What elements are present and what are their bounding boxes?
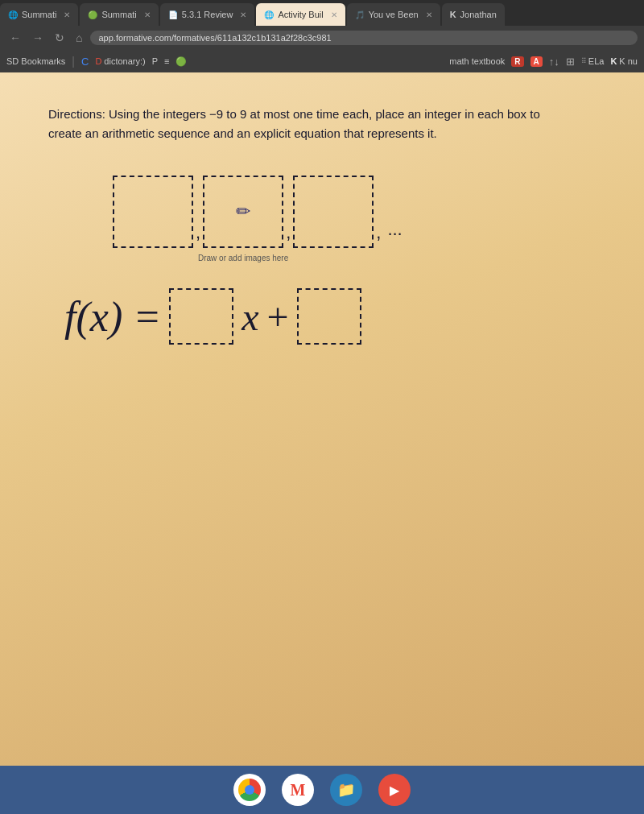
tab-label-summati2: Summati xyxy=(101,10,136,19)
bookmark-dictionary[interactable]: D dictonary:) xyxy=(95,56,145,66)
badge-r: R xyxy=(511,56,523,67)
tab-jonathan[interactable]: K Jonathan xyxy=(442,3,505,26)
box-group-2: Draw or add images here , xyxy=(203,176,293,248)
tab-close-summati2[interactable]: ✕ xyxy=(144,10,151,19)
tab-summati-1[interactable]: 🌐 Summati ✕ xyxy=(0,3,78,26)
sequence-box-2[interactable]: Draw or add images here xyxy=(203,176,283,248)
files-icon[interactable]: 📁 xyxy=(330,774,362,806)
k-nu-label: K nu xyxy=(619,56,638,66)
youtube-play-icon: ▶ xyxy=(390,783,399,798)
plus-sign: + xyxy=(267,295,289,339)
files-folder-icon: 📁 xyxy=(337,781,355,799)
bookmark-dict-label: dictonary:) xyxy=(104,56,145,66)
tab-label-activity: Activity Buil xyxy=(278,10,323,19)
bookmark-menu-label: ≡ xyxy=(164,56,169,66)
bookmark-green-label: 🟢 xyxy=(175,56,187,67)
tab-close-activity[interactable]: ✕ xyxy=(331,10,337,19)
bookmarks-bar: SD Bookmarks | C D dictonary:) P ≡ 🟢 mat… xyxy=(0,50,644,72)
k-nu-item[interactable]: K K nu xyxy=(610,56,638,66)
tab-label-review: 5.3.1 Review xyxy=(182,10,233,19)
chrome-icon[interactable] xyxy=(233,774,266,806)
bookmarks-right: math textbook R A ↑↓ ⊞ ⠿ ELa K K nu xyxy=(449,56,638,68)
ela-label: ⠿ ELa xyxy=(581,56,605,66)
tab-label-summati1: Summati xyxy=(22,10,56,19)
tab-bar: 🌐 Summati ✕ 🟢 Summati ✕ 📄 5.3.1 Review ✕… xyxy=(0,0,644,26)
directions-paragraph: Directions: Using the integers −9 to 9 a… xyxy=(48,105,547,143)
sequence-box-3[interactable] xyxy=(293,176,374,248)
tab-icon-activity: 🌐 xyxy=(264,10,274,19)
bookmark-menu[interactable]: ≡ xyxy=(164,56,169,66)
math-textbook-link[interactable]: math textbook xyxy=(449,56,505,66)
tab-label-jonathan: Jonathan xyxy=(460,10,497,19)
bookmark-c[interactable]: C xyxy=(81,56,89,68)
tab-icon-youvebeen: 🎵 xyxy=(355,10,365,19)
back-button[interactable]: ← xyxy=(6,30,24,46)
tab-icon-jonathan: K xyxy=(450,10,456,19)
badge-a: A xyxy=(530,56,543,67)
gmail-letter-icon: M xyxy=(291,781,306,800)
ellipsis: ... xyxy=(387,219,402,240)
box-group-1: , xyxy=(113,176,203,248)
bookmark-dict-icon: D xyxy=(95,56,101,66)
draw-label: Draw or add images here xyxy=(198,254,288,262)
box-group-3: , xyxy=(293,176,383,248)
tab-youvebeen[interactable]: 🎵 You ve Been ✕ xyxy=(347,3,440,26)
k-nu-icon: K xyxy=(610,56,617,66)
forward-button[interactable]: → xyxy=(29,30,47,46)
comma-2: , xyxy=(286,222,291,243)
comma-3: , xyxy=(376,222,381,243)
browser-screen: 🌐 Summati ✕ 🟢 Summati ✕ 📄 5.3.1 Review ✕… xyxy=(0,0,644,766)
comma-1: , xyxy=(196,222,200,243)
equation-row: f(x) = x + xyxy=(64,288,596,345)
grid-icon[interactable]: ⊞ xyxy=(566,56,575,68)
sort-icon[interactable]: ↑↓ xyxy=(549,56,559,68)
chrome-circle-icon xyxy=(238,779,261,801)
math-textbook-label: math textbook xyxy=(449,56,505,66)
tab-close-review[interactable]: ✕ xyxy=(240,10,246,19)
tab-icon-summati1: 🌐 xyxy=(8,10,18,19)
sequence-box-1[interactable] xyxy=(113,176,193,248)
content-area: Directions: Using the integers −9 to 9 a… xyxy=(0,72,644,766)
bookmark-sep1: | xyxy=(72,55,75,68)
youtube-icon[interactable]: ▶ xyxy=(378,774,411,806)
tab-close-summati1[interactable]: ✕ xyxy=(64,10,70,19)
equation-box-coefficient[interactable] xyxy=(169,288,233,345)
bookmark-c-icon: C xyxy=(81,56,89,68)
tab-icon-summati2: 🟢 xyxy=(88,10,97,19)
ela-dots-icon: ⠿ xyxy=(581,57,587,65)
gmail-icon[interactable]: M xyxy=(282,774,314,806)
home-button[interactable]: ⌂ xyxy=(72,30,85,46)
fx-label: f(x) = xyxy=(64,293,161,341)
tab-review[interactable]: 📄 5.3.1 Review ✕ xyxy=(160,3,255,26)
ela-text: ELa xyxy=(588,56,605,66)
tab-activity[interactable]: 🌐 Activity Buil ✕ xyxy=(256,3,345,26)
tab-label-youvebeen: You ve Been xyxy=(369,10,419,19)
bookmark-sd-label: SD Bookmarks xyxy=(6,56,65,66)
x-variable: x xyxy=(242,295,258,339)
sequence-boxes-row: , Draw or add images here , , ... xyxy=(113,176,596,248)
tab-icon-review: 📄 xyxy=(168,10,178,19)
equation-box-constant[interactable] xyxy=(297,288,361,345)
address-input[interactable] xyxy=(90,31,638,45)
taskbar: M 📁 ▶ xyxy=(0,766,644,814)
refresh-button[interactable]: ↻ xyxy=(52,30,68,46)
address-bar: ← → ↻ ⌂ xyxy=(0,26,644,50)
bookmark-green[interactable]: 🟢 xyxy=(175,56,187,67)
bookmark-p[interactable]: P xyxy=(152,56,158,66)
bookmark-sd[interactable]: SD Bookmarks xyxy=(6,56,65,66)
tab-summati-2[interactable]: 🟢 Summati ✕ xyxy=(80,3,158,26)
bookmark-p-label: P xyxy=(152,56,158,66)
tab-close-youvebeen[interactable]: ✕ xyxy=(426,10,432,19)
